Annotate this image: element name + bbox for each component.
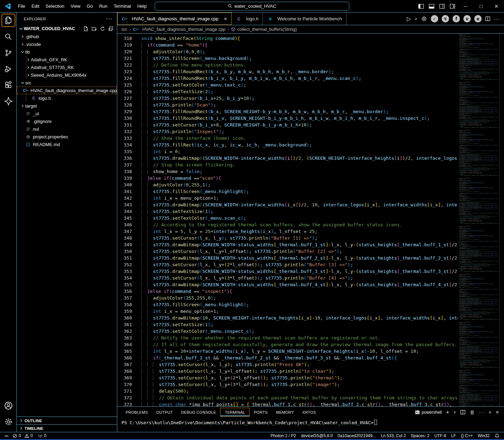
code-line-340[interactable]: 340 adjustColor(0,255,1); (117, 181, 458, 188)
customize-layout-icon[interactable] (447, 1, 458, 12)
line-number[interactable]: 359 (117, 308, 132, 315)
new-file-icon[interactable] (83, 26, 88, 31)
line-number[interactable]: 329 (117, 108, 132, 115)
line-number[interactable]: 369 (117, 374, 132, 381)
line-number[interactable]: 372 (117, 394, 132, 401)
settings-icon[interactable] (1, 414, 16, 430)
source-control-icon[interactable] (1, 45, 16, 61)
line-number[interactable]: 354 (117, 275, 132, 281)
explorer-root-folder[interactable]: WATER_COOLED_HVAC (17, 25, 117, 33)
code-line-372[interactable]: 372 // Obtain individual data points of … (117, 394, 458, 401)
ports-status[interactable]: 0 (35, 432, 49, 440)
menu-run[interactable]: Run (96, 2, 111, 11)
code-line-369[interactable]: 369 st7735.setCursor(l_x, l_y+(2*l_offse… (117, 374, 458, 381)
status-ln-533-col-2[interactable]: Ln 533, Col 2 (378, 432, 408, 440)
line-number[interactable]: 351 (117, 255, 132, 261)
code-line-360[interactable]: 360 st7735.drawBitmap(10, SCREEN_HEIGHT-… (117, 315, 458, 321)
line-number[interactable]: 345 (117, 215, 132, 221)
code-line-365[interactable]: 365 int l_x = 20+interface_widths[i_x], … (117, 348, 458, 355)
code-line-345[interactable]: 345 st7735.setTextColor(_menu.scan_c); (117, 215, 458, 221)
new-terminal-icon[interactable]: + (446, 409, 449, 415)
code-line-333[interactable]: 333 // Show the interface (home) icon. (117, 135, 458, 142)
code-line-348[interactable]: 348 st7735.setCursor(l_x, l_y); st7735.p… (117, 235, 458, 241)
problems-status[interactable]: 0 0 (10, 432, 35, 440)
code-line-359[interactable]: 359 int i_x = menu_option+1; (117, 308, 458, 315)
run-icon[interactable]: ▷ (407, 15, 411, 22)
line-number[interactable]: 336 (117, 155, 132, 161)
explorer-more-actions-icon[interactable]: ··· (106, 16, 113, 22)
line-number[interactable]: 323 (117, 68, 132, 75)
code-line-370[interactable]: 370 st7735.setCursor(l_x, l_y+(3*l_offse… (117, 381, 458, 388)
tree-item-src[interactable]: src (17, 79, 117, 87)
close-panel-icon[interactable]: ✕ (496, 410, 499, 415)
line-number[interactable]: 357 (117, 295, 132, 301)
section-timeline[interactable]: TIMELINE (17, 424, 117, 432)
line-number[interactable]: 328 (117, 102, 132, 108)
panel-tab-terminal[interactable]: TERMINAL (220, 408, 250, 417)
line-number[interactable]: 371 (117, 388, 132, 394)
code-line-322[interactable]: 322 // Define the menu option buttons. (117, 62, 458, 68)
line-number[interactable]: 370 (117, 381, 132, 388)
code-line-353[interactable]: 353 st7735.drawBitmap(SCREEN_WIDTH-statu… (117, 268, 458, 275)
remote-indicator[interactable]: >< (2, 432, 10, 440)
status-deviceos-5-8-0[interactable]: deviceOS@5.8.0 (299, 432, 335, 440)
run-debug-icon[interactable] (1, 61, 16, 77)
breadcrumb-item[interactable]: C++HVAC_fault_diagnosis_thermal_image.cp… (133, 27, 225, 32)
line-number[interactable]: 355 (117, 281, 132, 288)
explorer-icon[interactable] (1, 14, 15, 27)
line-number[interactable]: 319 (117, 42, 132, 48)
tree-item-target[interactable]: target (17, 102, 117, 110)
code-line-354[interactable]: 354 st7735.setCursor(l_x, l_y+(3*l_offse… (117, 275, 458, 281)
code-line-371[interactable]: 371 delay(500); (117, 388, 458, 394)
code-line-338[interactable]: 338 show_home = false; (117, 168, 458, 175)
code-line-361[interactable]: 361 st7735.setTextSize(1); (117, 321, 458, 328)
line-number[interactable]: 339 (117, 175, 132, 181)
particle-icon[interactable] (1, 93, 16, 109)
code-lines[interactable]: 318void show_interface(String command){3… (117, 34, 458, 406)
status-utf-8[interactable]: UTF-8 (432, 432, 449, 440)
line-number[interactable]: 365 (117, 348, 132, 355)
panel-tab-xrtos[interactable]: XRTOS (298, 408, 320, 417)
line-number[interactable]: 360 (117, 315, 132, 321)
search-icon[interactable] (1, 29, 16, 45)
line-number[interactable]: 364 (117, 341, 132, 348)
line-number[interactable]: 325 (117, 82, 132, 88)
collapse-all-icon[interactable] (108, 26, 113, 31)
tree-item--ul[interactable]: _ul (17, 110, 117, 117)
line-number[interactable]: 331 (117, 122, 132, 128)
line-number[interactable]: 350 (117, 248, 132, 255)
line-number[interactable]: 358 (117, 301, 132, 308)
line-number[interactable]: 368 (117, 368, 132, 374)
particle-action-3-icon[interactable]: v (463, 15, 471, 22)
maximize-panel-icon[interactable]: ∧ (489, 410, 491, 414)
code-line-321[interactable]: 321 st7735.fillScreen(_menu.background); (117, 55, 458, 62)
line-number[interactable]: 352 (117, 261, 132, 268)
particle-action-0-icon[interactable]: ✓ (431, 15, 438, 22)
line-number[interactable]: 330 (117, 115, 132, 122)
line-number[interactable]: 373 (117, 401, 132, 406)
code-line-325[interactable]: 325 st7735.setTextColor(_menu.text_c); (117, 82, 458, 88)
code-line-350[interactable]: 350 st7735.setCursor(l_x, l_y+l_offset);… (117, 248, 458, 255)
tree-item--vscode[interactable]: .vscode (17, 40, 117, 48)
menu-terminal[interactable]: Terminal (111, 2, 134, 11)
line-number[interactable]: 334 (117, 142, 132, 148)
code-line-318[interactable]: 318void show_interface(String command){ (117, 35, 458, 42)
line-number[interactable]: 344 (117, 208, 132, 215)
notifications-bell-icon[interactable] (492, 432, 502, 440)
code-line-343[interactable]: 343 st7735.drawBitmap((SCREEN_WIDTH-inte… (117, 201, 458, 208)
split-terminal-icon[interactable] (460, 410, 465, 415)
code-line-367[interactable]: 367 st7735.setCursor(l_x, l_y); st7735.p… (117, 361, 458, 368)
toggle-sidebar-icon[interactable] (416, 1, 426, 12)
code-line-323[interactable]: 323 st7735.fillRoundRect(b_x, b_y, m_b_w… (117, 68, 458, 75)
line-number[interactable]: 326 (117, 88, 132, 95)
line-number[interactable]: 332 (117, 128, 132, 135)
status-0a10aced2021949-[interactable]: 0a10aced2021949... (335, 432, 378, 440)
code-line-344[interactable]: 344 st7735.setTextSize(1); (117, 208, 458, 215)
tree-item-adafruit-gfx-rk[interactable]: Adafruit_GFX_RK (17, 56, 117, 63)
menu-help[interactable]: Help (134, 2, 150, 11)
line-number[interactable]: 327 (117, 95, 132, 102)
particle-action-2-icon[interactable]: f (453, 15, 460, 22)
line-number[interactable]: 348 (117, 235, 132, 241)
tree-item-adafruit-st7735-rk[interactable]: Adafruit_ST7735_RK (17, 63, 117, 71)
line-number[interactable]: 349 (117, 241, 132, 248)
